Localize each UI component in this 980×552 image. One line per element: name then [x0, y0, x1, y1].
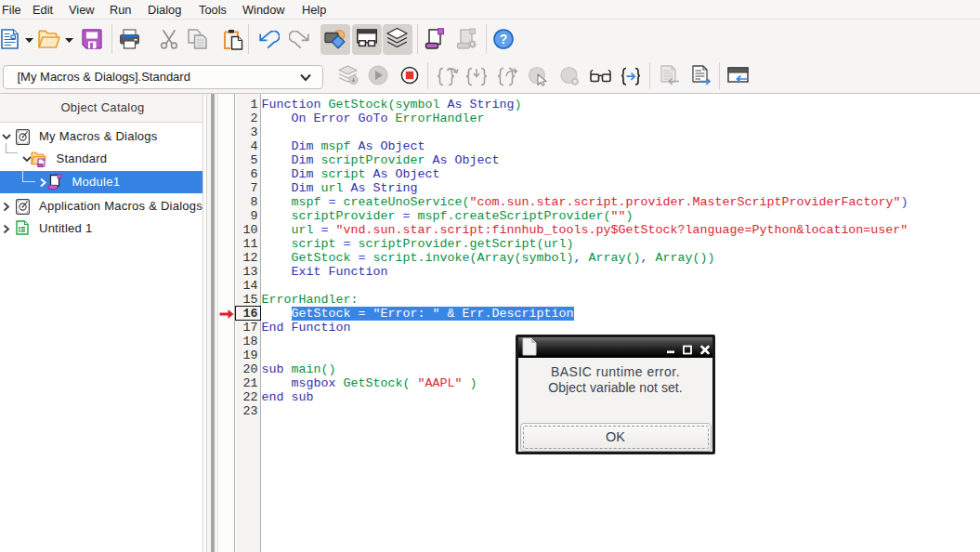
- svg-text:?: ?: [500, 32, 508, 46]
